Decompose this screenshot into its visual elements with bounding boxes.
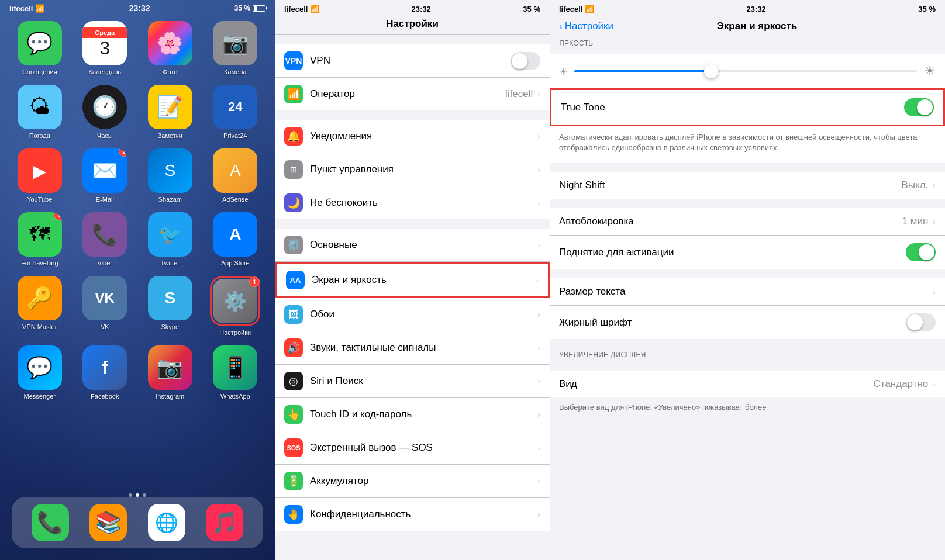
app-messages[interactable]: 💬 Сообщения: [12, 21, 68, 75]
settings-row-raise: Поднятие для активации: [550, 236, 945, 269]
true-tone-label: True Tone: [561, 102, 904, 113]
app-weather[interactable]: 🌤 Погода: [12, 85, 68, 139]
chevron-icon: ›: [537, 510, 540, 519]
chevron-icon: ›: [537, 476, 540, 486]
settings-row-vpn[interactable]: VPN VPN: [275, 44, 550, 78]
chevron-icon: ›: [933, 379, 936, 389]
settings-nav: Настройки: [275, 16, 550, 35]
settings-section-main: ⚙️ Основные › AA Экран и яркость › 🖼 Обо…: [275, 229, 550, 531]
chevron-icon: ›: [537, 443, 540, 452]
time-home: 23:32: [129, 4, 150, 13]
settings-row-dnd[interactable]: 🌙 Не беспокоить ›: [275, 186, 550, 219]
dock-phone[interactable]: 📞: [32, 504, 69, 541]
settings-row-operator[interactable]: 📶 Оператор lifecell ›: [275, 78, 550, 110]
brightness-title: Экран и яркость: [613, 20, 901, 32]
settings-row-control[interactable]: ⊞ Пункт управления ›: [275, 153, 550, 186]
settings-row-view[interactable]: Вид Стандартно ›: [550, 371, 945, 397]
settings-panel: lifecell 📶 23:32 35 % Настройки VPN VPN …: [275, 0, 550, 560]
bold-toggle[interactable]: [906, 313, 936, 331]
app-viber[interactable]: 📞 Viber: [77, 212, 133, 267]
true-tone-toggle[interactable]: [904, 98, 934, 116]
app-shazam[interactable]: S Shazam: [142, 148, 198, 203]
battery-settings: 35 %: [523, 5, 540, 13]
battery-icon-home: [253, 5, 265, 12]
true-tone-description: Автоматически адаптировать дисплей iPhon…: [550, 126, 945, 163]
app-youtube[interactable]: ▶ YouTube: [12, 148, 68, 203]
app-calendar[interactable]: Среда 3 Календарь: [77, 21, 133, 75]
chevron-left-icon: ‹: [559, 20, 563, 32]
dock-books[interactable]: 📚: [89, 504, 127, 541]
settings-row-notifications[interactable]: 🔔 Уведомления ›: [275, 120, 550, 153]
carrier-brightness: lifecell 📶: [559, 5, 594, 13]
time-brightness: 23:32: [747, 5, 766, 13]
settings-row-autolock[interactable]: Автоблокировка 1 мин ›: [550, 208, 945, 236]
status-bar-home: lifecell 📶 23:32 35 %: [0, 0, 275, 15]
settings-section-top: VPN VPN 📶 Оператор lifecell ›: [275, 44, 550, 110]
brightness-slider-section: ☀ ☀: [550, 54, 945, 88]
settings-row-sos[interactable]: SOS Экстренный вызов — SOS ›: [275, 431, 550, 465]
brightness-slider[interactable]: [574, 70, 917, 72]
night-shift-section: Night Shift Выкл. ›: [550, 172, 945, 199]
battery-home: 35 %: [234, 4, 250, 12]
raise-toggle[interactable]: [906, 243, 936, 261]
settings-row-wallpaper[interactable]: 🖼 Обои ›: [275, 298, 550, 331]
app-skype[interactable]: S Skype: [142, 276, 198, 336]
settings-row-privacy[interactable]: 🤚 Конфиденциальность ›: [275, 498, 550, 531]
app-twitter[interactable]: 🐦 Twitter: [142, 212, 198, 267]
app-appstore[interactable]: A App Store: [208, 212, 264, 267]
true-tone-section: True Tone Автоматически адаптировать дис…: [550, 88, 945, 163]
app-vk[interactable]: VK VK: [77, 276, 133, 336]
dock-chrome[interactable]: 🌐: [148, 504, 185, 541]
app-facebook[interactable]: f Facebook: [77, 345, 133, 400]
chevron-icon: ›: [537, 376, 540, 386]
status-bar-brightness: lifecell 📶 23:32 35 %: [550, 0, 945, 16]
app-vpnmaster[interactable]: 🔑 VPN Master: [12, 276, 68, 336]
app-settings[interactable]: ⚙️ 1 Настройки: [208, 276, 264, 336]
chevron-icon: ›: [933, 287, 936, 296]
app-photos[interactable]: 🌸 Фото: [142, 21, 198, 75]
brightness-section-header: ЯРКОСТЬ: [550, 37, 945, 50]
settings-row-touchid[interactable]: 👆 Touch ID и код-пароль ›: [275, 398, 550, 431]
app-adsense[interactable]: A AdSense: [208, 148, 264, 203]
chevron-icon: ›: [537, 198, 540, 208]
vpn-toggle[interactable]: [511, 52, 540, 70]
carrier-settings: lifecell 📶: [284, 5, 319, 13]
app-messenger[interactable]: 💬 Messenger: [12, 345, 68, 400]
display-section-header: УВЕЛИЧЕНИЕ ДИСПЛЕЯ: [550, 339, 945, 361]
settings-row-bold: Жирный шрифт: [550, 306, 945, 339]
app-email[interactable]: ✉️ 2 E-Mail: [77, 148, 133, 203]
chevron-icon: ›: [537, 132, 540, 141]
app-camera[interactable]: 📷 Камера: [208, 21, 264, 75]
app-notes[interactable]: 📝 Заметки: [142, 85, 198, 139]
brightness-panel: lifecell 📶 23:32 35 % ‹ Настройки Экран …: [550, 0, 945, 560]
settings-row-textsize[interactable]: Размер текста ›: [550, 278, 945, 306]
app-privat24[interactable]: 24 Privat24: [208, 85, 264, 139]
dock-music[interactable]: 🎵: [206, 504, 243, 541]
settings-row-night-shift[interactable]: Night Shift Выкл. ›: [550, 172, 945, 199]
settings-list: VPN VPN 📶 Оператор lifecell › 🔔: [275, 35, 550, 560]
display-note: Выберите вид для iPhone: «Увеличено» пок…: [550, 397, 945, 417]
settings-row-battery[interactable]: 🔋 Аккумулятор ›: [275, 465, 550, 498]
chevron-icon: ›: [537, 89, 540, 99]
lock-section: Автоблокировка 1 мин › Поднятие для акти…: [550, 208, 945, 269]
sun-large-icon: ☀: [924, 64, 936, 79]
home-screen: lifecell 📶 23:32 35 % 💬 Сообщения Среда …: [0, 0, 275, 560]
true-tone-row: True Tone: [550, 88, 945, 126]
app-maps[interactable]: 🗺 1 For travelling: [12, 212, 68, 267]
chevron-icon: ›: [537, 240, 540, 250]
settings-row-screen[interactable]: AA Экран и яркость ›: [275, 262, 550, 298]
settings-row-sounds[interactable]: 🔊 Звуки, тактильные сигналы ›: [275, 331, 550, 365]
app-whatsapp[interactable]: 📱 WhatsApp: [208, 345, 264, 400]
settings-title: Настройки: [284, 18, 540, 30]
chevron-icon: ›: [537, 343, 540, 352]
back-button[interactable]: ‹ Настройки: [559, 20, 613, 32]
app-clock[interactable]: 🕐 Часы: [77, 85, 133, 139]
brightness-nav: ‹ Настройки Экран и яркость: [550, 16, 945, 37]
dock: 📞 📚 🌐 🎵: [12, 497, 263, 548]
chevron-icon: ›: [537, 310, 540, 319]
wifi-icon-home: 📶: [35, 4, 44, 13]
chevron-icon: ›: [933, 217, 936, 226]
settings-row-siri[interactable]: ◎ Siri и Поиск ›: [275, 365, 550, 398]
settings-row-general[interactable]: ⚙️ Основные ›: [275, 229, 550, 262]
app-instagram[interactable]: 📷 Instagram: [142, 345, 198, 400]
